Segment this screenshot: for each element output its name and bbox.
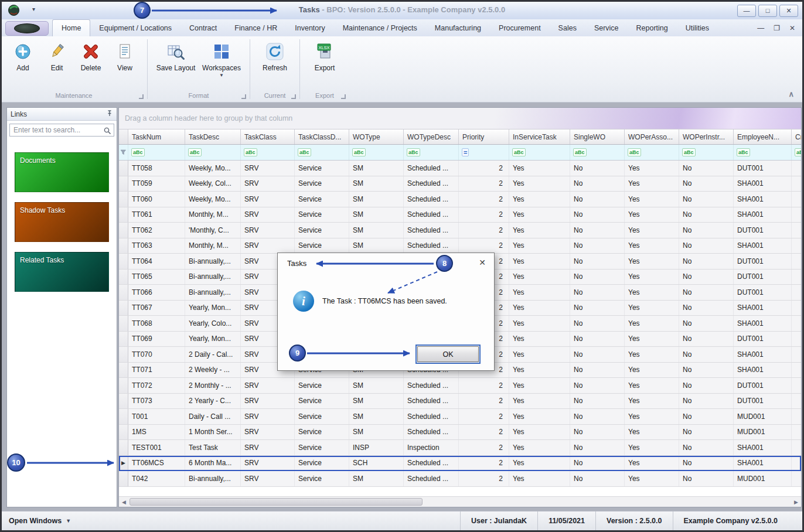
table-row-tt063[interactable]: TT063Monthly, M...SRVServiceSMScheduled … — [119, 238, 801, 254]
cell-woperasso: Yes — [625, 285, 679, 300]
filter-cell-woperinstr[interactable]: aBc — [679, 145, 734, 160]
filter-cell-tasknum[interactable]: aBc — [128, 145, 185, 160]
add-button[interactable]: Add — [6, 39, 39, 90]
tab-inventory[interactable]: Inventory — [286, 19, 333, 36]
row-indicator — [119, 238, 128, 254]
collapse-ribbon-icon[interactable]: ∧ — [788, 90, 794, 98]
close-button[interactable]: ✕ — [779, 5, 798, 17]
filter-cell-inservicetask[interactable]: aBc — [509, 145, 570, 160]
application-button[interactable] — [5, 21, 49, 36]
cell-singlewo: No — [570, 409, 625, 424]
table-row-tt073[interactable]: TT0732 Yearly - C...SRVServiceSMSchedule… — [119, 394, 801, 410]
cell-priority: 2 — [459, 471, 509, 486]
filter-cell-woperasso[interactable]: aBc — [625, 145, 679, 160]
table-row-t001[interactable]: T001Daily - Call ...SRVServiceSMSchedule… — [119, 409, 801, 425]
filter-abc-icon: aBc — [628, 148, 641, 156]
search-input[interactable] — [9, 124, 114, 137]
filter-cell-wotypedesc[interactable]: aBc — [404, 145, 459, 160]
table-row-tt062[interactable]: TT062'Monthly, C...SRVServiceSMScheduled… — [119, 223, 801, 238]
column-header-priority[interactable]: Priority — [459, 129, 509, 144]
tab-utilities[interactable]: Utilities — [677, 19, 718, 36]
column-header-taskclass[interactable]: TaskClass — [241, 129, 295, 144]
child-minimize-icon[interactable]: — — [757, 24, 764, 32]
tab-service[interactable]: Service — [585, 19, 628, 36]
cell-tasknum: TT059 — [128, 176, 185, 192]
tab-sales[interactable]: Sales — [550, 19, 585, 36]
cell-woperinstr: No — [679, 440, 734, 455]
filter-cell-wotype[interactable]: aBc — [349, 145, 404, 160]
workspaces-button[interactable]: Workspaces ▼ — [199, 39, 244, 90]
table-row-t042[interactable]: T042Bi-annually,...SRVServiceSMScheduled… — [119, 471, 801, 487]
pin-icon[interactable] — [106, 110, 113, 118]
save-layout-button[interactable]: Save Layout — [154, 39, 198, 90]
search-icon[interactable] — [104, 127, 111, 137]
filter-cell-taskclassd[interactable]: aBc — [295, 145, 349, 160]
cell-priority: 2 — [459, 425, 509, 440]
column-header-employeen[interactable]: EmployeeN... — [734, 129, 792, 144]
table-row-tt059[interactable]: TT059Weekly, Col...SRVServiceSMScheduled… — [119, 176, 801, 192]
column-header-woperasso[interactable]: WOPerAsso... — [625, 129, 679, 144]
tab-manufacturing[interactable]: Manufacturing — [426, 19, 490, 36]
workspaces-dropdown-icon[interactable]: ▼ — [219, 73, 224, 78]
sidebar-tile-shadow-tasks[interactable]: Shadow Tasks — [15, 202, 109, 242]
column-header-cre[interactable]: Cre... — [792, 129, 802, 144]
ok-button[interactable]: OK — [417, 346, 479, 362]
tab-contract[interactable]: Contract — [180, 19, 226, 36]
filter-cell-cre[interactable]: aBc — [792, 145, 802, 160]
child-close-icon[interactable]: ✕ — [789, 24, 795, 32]
tab-maintenance-projects[interactable]: Maintenance / Projects — [334, 19, 426, 36]
sidebar-tile-related-tasks[interactable]: Related Tasks — [15, 252, 109, 292]
cell-employeen: DUT001 — [734, 285, 792, 300]
export-button[interactable]: XLSX Export — [306, 39, 343, 90]
refresh-button[interactable]: Refresh — [256, 39, 294, 90]
scrollbar-thumb[interactable] — [130, 498, 423, 506]
maximize-button[interactable]: □ — [758, 5, 777, 17]
cell-taskdesc: Bi-annually,... — [185, 285, 241, 300]
table-row-tt061[interactable]: TT061Monthly, M...SRVServiceSMScheduled … — [119, 207, 801, 223]
column-header-taskclassd[interactable]: TaskClassD... — [295, 129, 349, 144]
cell-wotypedesc: Scheduled ... — [404, 378, 459, 393]
table-row-test001[interactable]: TEST001Test TaskSRVServiceINSPInspection… — [119, 440, 801, 456]
column-header-woperinstr[interactable]: WOPerInstr... — [679, 129, 734, 144]
tab-procurement[interactable]: Procurement — [490, 19, 550, 36]
filter-cell-taskdesc[interactable]: aBc — [185, 145, 241, 160]
delete-button[interactable]: Delete — [74, 39, 107, 90]
tab-reporting[interactable]: Reporting — [628, 19, 677, 36]
tab-home[interactable]: Home — [52, 19, 90, 36]
edit-button[interactable]: Edit — [40, 39, 73, 90]
dialog-close-icon[interactable]: ✕ — [479, 258, 486, 267]
filter-cell-employeen[interactable]: aBc — [734, 145, 792, 160]
column-header-taskdesc[interactable]: TaskDesc — [185, 129, 241, 144]
table-row-tt06mcs[interactable]: ▶TT06MCS6 Month Ma...SRVServiceSCHSchedu… — [119, 456, 801, 472]
view-button[interactable]: View — [108, 39, 141, 90]
horizontal-scrollbar[interactable]: ◀ ▶ — [119, 496, 801, 507]
sidebar-tile-documents[interactable]: Documents — [15, 152, 109, 192]
cell-employeen: MUD001 — [734, 425, 792, 440]
minimize-button[interactable]: — — [737, 5, 756, 17]
tab-finance-hr[interactable]: Finance / HR — [226, 19, 286, 36]
table-row-tt072[interactable]: TT0722 Monthly - ...SRVServiceSMSchedule… — [119, 378, 801, 394]
cell-woperinstr: No — [679, 378, 734, 393]
column-header-wotype[interactable]: WOType — [349, 129, 404, 144]
filter-cell-singlewo[interactable]: aBc — [570, 145, 625, 160]
group-by-band[interactable]: Drag a column header here to group by th… — [119, 108, 801, 129]
column-header-singlewo[interactable]: SingleWO — [570, 129, 625, 144]
callout-10: 10 — [7, 453, 25, 472]
column-header-inservicetask[interactable]: InServiceTask — [509, 129, 570, 144]
export-label: Export — [315, 64, 335, 72]
open-windows-button[interactable]: Open Windows ▼ — [9, 517, 71, 525]
row-indicator — [119, 471, 128, 486]
filter-cell-priority[interactable]: = — [459, 145, 509, 160]
tab-equipment-locations[interactable]: Equipment / Locations — [90, 19, 180, 36]
filter-cell-taskclass[interactable]: aBc — [241, 145, 295, 160]
table-row-tt058[interactable]: TT058Weekly, Mo...SRVServiceSMScheduled … — [119, 161, 801, 176]
column-header-tasknum[interactable]: TaskNum — [128, 129, 185, 144]
table-row-1ms[interactable]: 1MS1 Month Ser...SRVServiceSMScheduled .… — [119, 425, 801, 441]
cell-employeen: SHA001 — [734, 192, 792, 207]
table-row-tt060[interactable]: TT060Weekly, Mo...SRVServiceSMScheduled … — [119, 192, 801, 207]
scroll-right-icon[interactable]: ▶ — [791, 497, 801, 507]
scroll-left-icon[interactable]: ◀ — [119, 497, 129, 507]
cell-employeen: MUD001 — [734, 471, 792, 486]
child-restore-icon[interactable]: ❐ — [774, 24, 780, 32]
column-header-wotypedesc[interactable]: WOTypeDesc — [404, 129, 459, 144]
